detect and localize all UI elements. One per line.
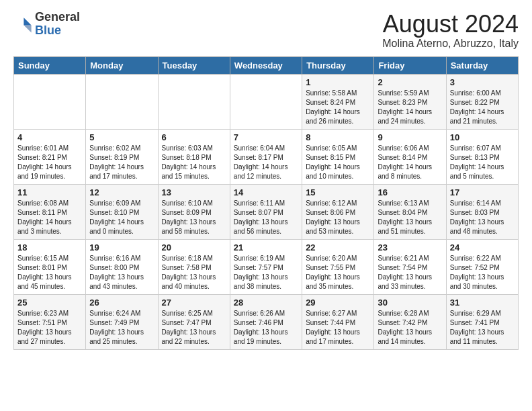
day-info: Sunrise: 6:00 AM Sunset: 8:22 PM Dayligh…	[450, 89, 515, 126]
col-friday: Friday	[374, 56, 446, 74]
day-cell: 26Sunrise: 6:24 AM Sunset: 7:49 PM Dayli…	[86, 294, 158, 349]
logo-icon	[13, 15, 32, 34]
day-number: 31	[450, 298, 515, 308]
day-info: Sunrise: 6:16 AM Sunset: 8:00 PM Dayligh…	[89, 254, 154, 291]
day-number: 16	[378, 187, 442, 197]
col-monday: Monday	[86, 56, 158, 74]
day-info: Sunrise: 5:58 AM Sunset: 8:24 PM Dayligh…	[306, 89, 370, 126]
day-cell: 8Sunrise: 6:05 AM Sunset: 8:15 PM Daylig…	[302, 129, 374, 184]
day-number: 6	[162, 132, 226, 142]
day-number: 25	[17, 298, 82, 308]
day-info: Sunrise: 6:10 AM Sunset: 8:09 PM Dayligh…	[162, 199, 226, 236]
day-cell: 3Sunrise: 6:00 AM Sunset: 8:22 PM Daylig…	[446, 74, 518, 129]
col-saturday: Saturday	[446, 56, 518, 74]
day-cell	[230, 74, 302, 129]
day-number: 23	[378, 242, 442, 253]
col-thursday: Thursday	[302, 56, 374, 74]
day-cell: 15Sunrise: 6:12 AM Sunset: 8:06 PM Dayli…	[302, 184, 374, 239]
day-info: Sunrise: 6:22 AM Sunset: 7:52 PM Dayligh…	[450, 254, 515, 291]
day-cell: 13Sunrise: 6:10 AM Sunset: 8:09 PM Dayli…	[158, 184, 230, 239]
day-cell: 10Sunrise: 6:07 AM Sunset: 8:13 PM Dayli…	[446, 129, 518, 184]
day-info: Sunrise: 6:02 AM Sunset: 8:19 PM Dayligh…	[89, 144, 154, 181]
day-number: 28	[234, 298, 298, 308]
day-info: Sunrise: 6:07 AM Sunset: 8:13 PM Dayligh…	[450, 144, 515, 181]
logo-general: General	[35, 10, 80, 24]
day-cell: 7Sunrise: 6:04 AM Sunset: 8:17 PM Daylig…	[230, 129, 302, 184]
day-number: 8	[306, 132, 370, 142]
day-cell: 25Sunrise: 6:23 AM Sunset: 7:51 PM Dayli…	[14, 294, 86, 349]
day-info: Sunrise: 6:20 AM Sunset: 7:55 PM Dayligh…	[306, 254, 370, 291]
svg-marker-1	[24, 25, 31, 32]
day-number: 13	[162, 187, 226, 197]
day-info: Sunrise: 6:25 AM Sunset: 7:47 PM Dayligh…	[162, 309, 226, 347]
day-number: 17	[450, 187, 515, 197]
week-row-1: 4Sunrise: 6:01 AM Sunset: 8:21 PM Daylig…	[14, 129, 519, 184]
day-cell: 27Sunrise: 6:25 AM Sunset: 7:47 PM Dayli…	[158, 294, 230, 349]
day-info: Sunrise: 6:21 AM Sunset: 7:54 PM Dayligh…	[378, 254, 442, 291]
month-year: August 2024	[382, 11, 519, 38]
day-number: 15	[306, 187, 370, 197]
day-info: Sunrise: 6:23 AM Sunset: 7:51 PM Dayligh…	[17, 309, 82, 347]
logo-blue: Blue	[35, 24, 61, 37]
header-row: Sunday Monday Tuesday Wednesday Thursday…	[14, 56, 519, 74]
day-info: Sunrise: 6:24 AM Sunset: 7:49 PM Dayligh…	[89, 309, 154, 347]
day-info: Sunrise: 6:14 AM Sunset: 8:03 PM Dayligh…	[450, 199, 515, 236]
day-cell: 5Sunrise: 6:02 AM Sunset: 8:19 PM Daylig…	[86, 129, 158, 184]
day-number: 24	[450, 242, 515, 253]
day-number: 2	[378, 77, 442, 87]
day-number: 11	[17, 187, 82, 197]
day-number: 29	[306, 298, 370, 308]
day-number: 1	[306, 77, 370, 87]
day-info: Sunrise: 6:04 AM Sunset: 8:17 PM Dayligh…	[234, 144, 298, 181]
day-cell: 16Sunrise: 6:13 AM Sunset: 8:04 PM Dayli…	[374, 184, 446, 239]
calendar-table: Sunday Monday Tuesday Wednesday Thursday…	[13, 56, 519, 350]
day-cell: 9Sunrise: 6:06 AM Sunset: 8:14 PM Daylig…	[374, 129, 446, 184]
day-info: Sunrise: 6:05 AM Sunset: 8:15 PM Dayligh…	[306, 144, 370, 181]
day-info: Sunrise: 6:28 AM Sunset: 7:42 PM Dayligh…	[378, 309, 442, 347]
day-cell: 23Sunrise: 6:21 AM Sunset: 7:54 PM Dayli…	[374, 239, 446, 294]
day-info: Sunrise: 6:29 AM Sunset: 7:41 PM Dayligh…	[450, 309, 515, 347]
day-cell: 29Sunrise: 6:27 AM Sunset: 7:44 PM Dayli…	[302, 294, 374, 349]
day-cell: 14Sunrise: 6:11 AM Sunset: 8:07 PM Dayli…	[230, 184, 302, 239]
day-cell: 30Sunrise: 6:28 AM Sunset: 7:42 PM Dayli…	[374, 294, 446, 349]
day-number: 9	[378, 132, 442, 142]
day-cell: 4Sunrise: 6:01 AM Sunset: 8:21 PM Daylig…	[14, 129, 86, 184]
day-info: Sunrise: 6:18 AM Sunset: 7:58 PM Dayligh…	[162, 254, 226, 291]
day-cell: 18Sunrise: 6:15 AM Sunset: 8:01 PM Dayli…	[14, 239, 86, 294]
day-info: Sunrise: 6:26 AM Sunset: 7:46 PM Dayligh…	[234, 309, 298, 347]
day-cell	[158, 74, 230, 129]
day-cell: 21Sunrise: 6:19 AM Sunset: 7:57 PM Dayli…	[230, 239, 302, 294]
day-cell: 17Sunrise: 6:14 AM Sunset: 8:03 PM Dayli…	[446, 184, 518, 239]
day-number: 21	[234, 242, 298, 253]
day-cell: 1Sunrise: 5:58 AM Sunset: 8:24 PM Daylig…	[302, 74, 374, 129]
day-number: 3	[450, 77, 515, 87]
day-number: 4	[17, 132, 82, 142]
day-cell: 28Sunrise: 6:26 AM Sunset: 7:46 PM Dayli…	[230, 294, 302, 349]
header-area: General Blue August 2024 Molina Aterno, …	[13, 11, 519, 50]
col-sunday: Sunday	[14, 56, 86, 74]
col-tuesday: Tuesday	[158, 56, 230, 74]
day-info: Sunrise: 6:06 AM Sunset: 8:14 PM Dayligh…	[378, 144, 442, 181]
title-area: August 2024 Molina Aterno, Abruzzo, Ital…	[382, 11, 519, 50]
day-cell: 2Sunrise: 5:59 AM Sunset: 8:23 PM Daylig…	[374, 74, 446, 129]
day-number: 5	[89, 132, 154, 142]
day-cell: 20Sunrise: 6:18 AM Sunset: 7:58 PM Dayli…	[158, 239, 230, 294]
day-info: Sunrise: 6:19 AM Sunset: 7:57 PM Dayligh…	[234, 254, 298, 291]
logo-text: General Blue	[35, 11, 80, 38]
day-number: 26	[89, 298, 154, 308]
col-wednesday: Wednesday	[230, 56, 302, 74]
day-cell: 24Sunrise: 6:22 AM Sunset: 7:52 PM Dayli…	[446, 239, 518, 294]
day-info: Sunrise: 6:11 AM Sunset: 8:07 PM Dayligh…	[234, 199, 298, 236]
day-number: 12	[89, 187, 154, 197]
week-row-3: 18Sunrise: 6:15 AM Sunset: 8:01 PM Dayli…	[14, 239, 519, 294]
day-number: 22	[306, 242, 370, 253]
location: Molina Aterno, Abruzzo, Italy	[382, 38, 519, 50]
day-info: Sunrise: 6:09 AM Sunset: 8:10 PM Dayligh…	[89, 199, 154, 236]
day-info: Sunrise: 6:12 AM Sunset: 8:06 PM Dayligh…	[306, 199, 370, 236]
week-row-2: 11Sunrise: 6:08 AM Sunset: 8:11 PM Dayli…	[14, 184, 519, 239]
logo: General Blue	[13, 11, 80, 38]
day-cell: 12Sunrise: 6:09 AM Sunset: 8:10 PM Dayli…	[86, 184, 158, 239]
day-info: Sunrise: 6:08 AM Sunset: 8:11 PM Dayligh…	[17, 199, 82, 236]
day-cell: 6Sunrise: 6:03 AM Sunset: 8:18 PM Daylig…	[158, 129, 230, 184]
day-info: Sunrise: 6:15 AM Sunset: 8:01 PM Dayligh…	[17, 254, 82, 291]
